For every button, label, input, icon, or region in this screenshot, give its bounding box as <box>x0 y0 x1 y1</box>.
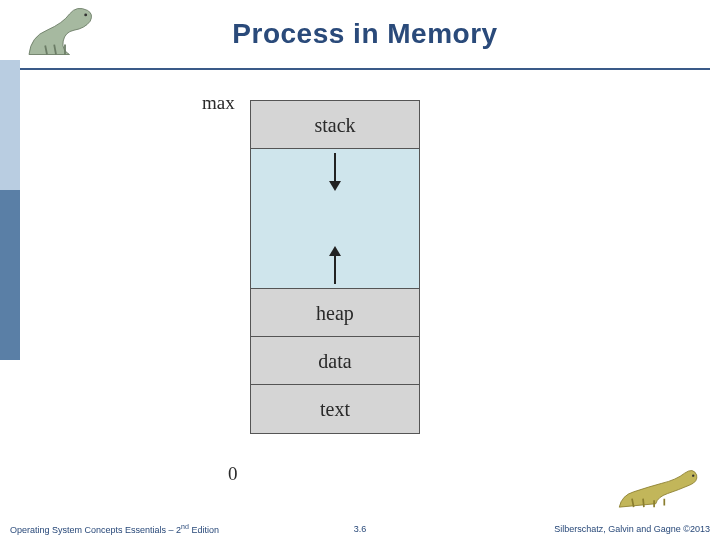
axis-label-max: max <box>202 92 235 114</box>
memory-layout: stack heap data text <box>250 100 420 434</box>
dinosaur-logo-icon <box>615 464 700 512</box>
footer: Operating System Concepts Essentials – 2… <box>0 518 720 540</box>
footer-edition-suffix: Edition <box>189 525 219 535</box>
arrow-down-icon <box>334 153 336 189</box>
memory-diagram: max 0 stack heap data text <box>180 88 480 488</box>
footer-edition-ordinal: nd <box>181 523 189 530</box>
segment-text: text <box>251 385 419 433</box>
footer-book-title: Operating System Concepts Essentials – 2 <box>10 525 181 535</box>
page-title: Process in Memory <box>20 0 710 50</box>
side-ribbon <box>0 0 20 540</box>
svg-point-1 <box>692 474 694 476</box>
footer-left: Operating System Concepts Essentials – 2… <box>10 523 219 535</box>
dinosaur-logo-icon <box>20 4 110 60</box>
svg-point-0 <box>84 13 87 16</box>
header: Process in Memory <box>20 0 710 70</box>
segment-free-space <box>251 149 419 289</box>
axis-label-zero: 0 <box>228 463 238 485</box>
footer-copyright: Silberschatz, Galvin and Gagne ©2013 <box>554 524 710 534</box>
segment-stack: stack <box>251 101 419 149</box>
arrow-up-icon <box>334 248 336 284</box>
segment-heap: heap <box>251 289 419 337</box>
segment-data: data <box>251 337 419 385</box>
